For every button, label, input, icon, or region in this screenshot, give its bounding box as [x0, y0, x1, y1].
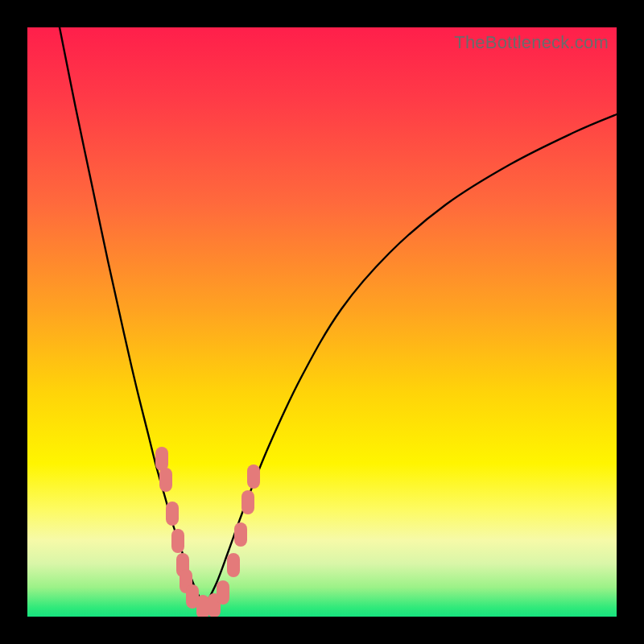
plot-area: TheBottleneck.com	[27, 27, 617, 617]
curve-marker	[159, 468, 172, 492]
marker-group	[155, 447, 260, 617]
curve-marker	[196, 595, 209, 617]
chart-frame: TheBottleneck.com	[0, 0, 644, 644]
curve-marker	[227, 553, 240, 577]
curve-marker	[242, 490, 254, 514]
curve-marker	[171, 529, 184, 553]
curve-marker	[247, 464, 260, 489]
bottleneck-curve-svg	[27, 27, 617, 617]
curve-marker	[217, 580, 229, 605]
curve-marker	[234, 522, 247, 547]
curve-marker	[155, 447, 168, 471]
bottleneck-curve	[60, 27, 617, 609]
curve-marker	[166, 502, 179, 526]
